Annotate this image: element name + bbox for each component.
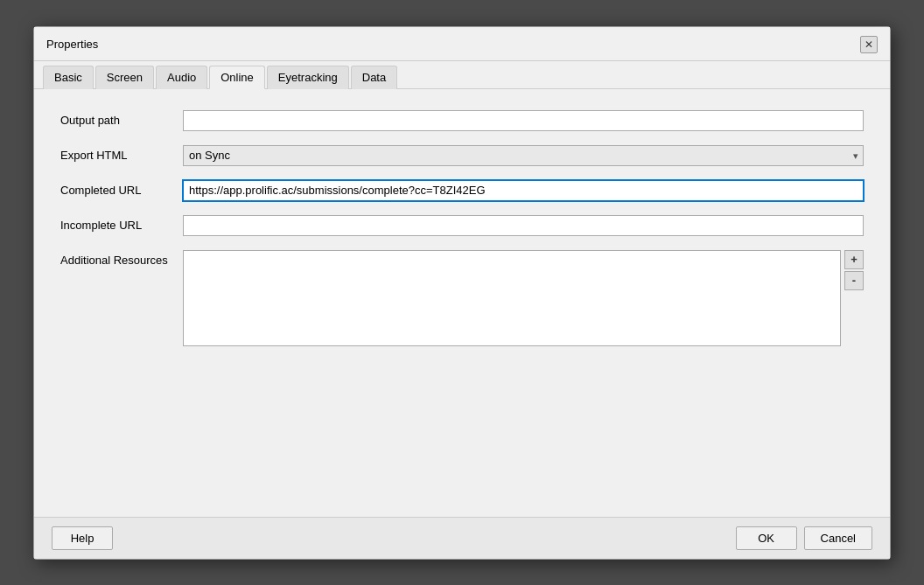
minus-icon: - [852,274,856,287]
export-html-row: Export HTML on Sync Always Never ▾ [60,145,864,166]
completed-url-label: Completed URL [60,184,183,197]
footer-right-buttons: OK Cancel [736,526,872,550]
output-path-row: Output path [60,110,864,131]
close-icon: ✕ [864,38,873,51]
plus-icon: + [850,253,858,266]
additional-resources-row: Additional Resources + - [60,250,864,346]
close-button[interactable]: ✕ [860,36,878,53]
tab-eyetracking[interactable]: Eyetracking [267,66,349,89]
tab-screen[interactable]: Screen [95,66,154,89]
resources-area: + - [183,250,864,346]
cancel-button[interactable]: Cancel [804,526,872,550]
incomplete-url-row: Incomplete URL [60,215,864,236]
remove-resource-button[interactable]: - [844,271,864,290]
tab-data[interactable]: Data [351,66,397,89]
resources-buttons: + - [844,250,864,290]
title-bar: Properties ✕ [34,27,890,61]
footer: Help OK Cancel [34,517,890,559]
export-html-select[interactable]: on Sync Always Never [183,145,864,166]
completed-url-input[interactable] [183,180,864,201]
tab-audio[interactable]: Audio [156,66,207,89]
dialog-title: Properties [46,38,98,51]
additional-resources-label: Additional Resources [60,250,183,267]
add-resource-button[interactable]: + [844,250,864,269]
incomplete-url-label: Incomplete URL [60,219,183,232]
tab-basic[interactable]: Basic [43,66,94,89]
tab-bar: Basic Screen Audio Online Eyetracking Da… [34,61,890,89]
tab-content: Output path Export HTML on Sync Always N… [34,89,890,517]
tab-online[interactable]: Online [209,66,265,89]
output-path-label: Output path [60,114,183,127]
export-html-select-wrapper: on Sync Always Never ▾ [183,145,864,166]
output-path-input[interactable] [183,110,864,131]
completed-url-row: Completed URL [60,180,864,201]
help-button[interactable]: Help [52,526,113,550]
export-html-label: Export HTML [60,149,183,162]
additional-resources-textarea[interactable] [183,250,841,346]
properties-dialog: Properties ✕ Basic Screen Audio Online E… [33,26,891,560]
ok-button[interactable]: OK [736,526,797,550]
incomplete-url-input[interactable] [183,215,864,236]
